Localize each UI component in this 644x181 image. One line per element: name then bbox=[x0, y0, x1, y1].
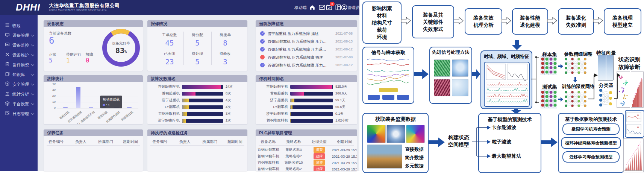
sidebar-item-label: 备件物资 bbox=[12, 62, 29, 68]
flow-stage-failure-mechanism: 装备失效机理分析 bbox=[465, 8, 502, 35]
flow-arrow-right-icon bbox=[593, 17, 603, 24]
company-name-en: DALIAN HUARUI HEAVY INDUSTRY GROUP CO.,L… bbox=[49, 9, 107, 11]
bar[interactable] bbox=[63, 107, 68, 108]
gear-model-image bbox=[386, 125, 405, 143]
home-icon[interactable] bbox=[309, 4, 315, 11]
x-label: 电机过载 bbox=[59, 110, 70, 120]
table-row[interactable]: 首钢5#翻车机策略名称3预警2021-03-29 15:39 bbox=[256, 147, 357, 153]
menu-icon bbox=[5, 23, 10, 27]
fault-status-icon bbox=[260, 63, 265, 67]
card-title: 待执行的点巡检任务 bbox=[147, 129, 247, 136]
sidebar-item-label: 收起 bbox=[12, 23, 21, 29]
sidebar-item-log-mgmt[interactable]: 日志管理 bbox=[0, 110, 38, 118]
card-maintenance-tasks: 保养任务 任务编号负责人 所属部门超期时间 bbox=[44, 129, 143, 171]
sidebar-item-label: 统计分析 bbox=[12, 91, 29, 97]
card-title: 报修情况 bbox=[147, 20, 247, 27]
fault-list-item[interactable]: 首钢5#翻车机 压力系统故障 描述2021-07-08 bbox=[259, 54, 354, 61]
user-avatar-icon[interactable] bbox=[341, 4, 347, 11]
card-fault-statistics: 故障统计 40 30 20 10 0 电机过载 压力系统故障 重（轻）调机电机不… bbox=[44, 75, 143, 124]
flow-arrow-down-icon bbox=[511, 40, 523, 50]
layers-icon bbox=[5, 101, 10, 106]
flow-box-signal-acquisition: 信号与样本获取 bbox=[362, 47, 414, 104]
method-elm-box: 极限学习机寿命预测 bbox=[562, 123, 620, 135]
admin-user-label[interactable]: 管理员 bbox=[347, 5, 359, 11]
chevron-down-icon bbox=[31, 82, 34, 85]
flow-arrow-right-icon bbox=[541, 137, 558, 148]
monitor-chart-icon[interactable] bbox=[319, 4, 325, 11]
flow-stage-degradation-modeling: 装备性能退化建模 bbox=[512, 8, 548, 35]
device-monitor-icon bbox=[5, 42, 10, 47]
chevron-down-icon bbox=[31, 92, 34, 95]
shield-icon bbox=[5, 81, 10, 86]
sample-set-image bbox=[541, 56, 557, 75]
card-title: 停机时间排名 bbox=[256, 75, 357, 82]
card-fault-count-ranking: 故障次数排名 首钢5#翻车机24次 首钢起重机8次 济宁起重机4次 LY翻车机4… bbox=[147, 75, 247, 124]
fault-list-item[interactable]: 济宁起重机 压力系统故障 描述2021-07-08 bbox=[259, 30, 354, 37]
sidebar-item-device-monitor[interactable]: 设备监控 bbox=[0, 41, 38, 50]
degraded-value: 1 bbox=[66, 57, 70, 64]
fault-status-icon bbox=[260, 55, 265, 59]
sidebar-item-safety-mgmt[interactable]: 安全管理 bbox=[0, 81, 38, 89]
table-row[interactable]: 首钢堆取料机策略名称10预警2021-03-29 15:39 bbox=[256, 160, 357, 166]
health-donut-chart: 设备完好率 83% bbox=[102, 28, 141, 67]
stat-cell: 已关闭23 bbox=[156, 51, 183, 66]
flow-stage-failure-modes: 装备及其关键部件失效形式 bbox=[412, 5, 454, 38]
sidebar-item-knowledge-base[interactable]: 知识库 bbox=[0, 71, 38, 79]
fault-value: 0 bbox=[86, 57, 89, 64]
y-tick: 40 bbox=[47, 82, 56, 85]
card-title: 保养任务 bbox=[44, 129, 143, 136]
y-tick: 20 bbox=[47, 94, 56, 97]
docs-icon[interactable] bbox=[335, 4, 341, 11]
card-title: PLC异常项目管理 bbox=[256, 129, 357, 136]
fault-list-item[interactable]: 首钢5#翻车机 压力系统故障 压力系统...2021-08-13 bbox=[259, 38, 354, 45]
life-prediction-chart-image bbox=[623, 138, 644, 172]
sidebar-item-spare-parts[interactable]: 备件物资 bbox=[0, 61, 38, 69]
fault-list-item[interactable]: 首钢5#翻车机 压力系统故障 压力系统...2021-08-12 bbox=[259, 62, 354, 69]
tasks-calendar-icon[interactable]: 0 bbox=[326, 4, 332, 11]
fault-status-icon bbox=[260, 47, 265, 52]
y-tick: 10 bbox=[47, 100, 56, 103]
table-row[interactable]: 首钢5#翻车机策略名称2故障2021-03-29 15:39 bbox=[256, 166, 357, 171]
card-plc-exceptions: PLC异常项目管理 设备名称策略名称 处理类型创建时间 首钢5#翻车机策略名称3… bbox=[256, 129, 357, 171]
card-title: 故障统计 bbox=[44, 75, 143, 82]
app-header: DHHI 大连华锐重工集团股份有限公司 DALIAN HUARUI HEAVY … bbox=[0, 0, 359, 15]
sidebar-item-platform-settings[interactable]: 平台设置 bbox=[0, 100, 38, 108]
sidebar-item-device-maintenance[interactable]: 设备维护 bbox=[0, 51, 38, 59]
y-tick: 30 bbox=[47, 88, 56, 91]
sidebar-item-label: 设备监控 bbox=[12, 43, 29, 48]
flow-arrow-right-icon bbox=[413, 68, 429, 80]
x-label: 噪音问题 bbox=[97, 110, 108, 120]
card-inspection-tasks: 待执行的点巡检任务 任务编号负责人 所属部门超期时间 bbox=[147, 129, 247, 171]
bar[interactable] bbox=[127, 107, 132, 108]
stat-cell: 待处理5 bbox=[183, 51, 211, 66]
status-badge: 预警 bbox=[314, 147, 325, 153]
bar[interactable] bbox=[76, 87, 80, 108]
clipboard-icon bbox=[5, 62, 10, 67]
total-devices-value: 6 bbox=[49, 35, 54, 46]
prediction-sparklines-image bbox=[626, 111, 642, 135]
feature-plots-image bbox=[485, 62, 529, 105]
flow-stage-mechanism-model: 装备机理模型建立 bbox=[604, 8, 641, 35]
cluster-scatter-image bbox=[617, 71, 630, 108]
chevron-down-icon bbox=[31, 43, 34, 46]
sidebar-item-device-mgmt[interactable]: 设备管理 bbox=[0, 32, 38, 40]
sidebar-item-label: 设备管理 bbox=[12, 33, 29, 38]
table-row[interactable]: 首钢5#翻车机策略名称7故障2021-03-29 15:39 bbox=[256, 153, 357, 159]
card-downtime-ranking: 停机时间排名 首钢5#翻车机825.0天 首钢起重机266.6天 济宁起重机99… bbox=[256, 75, 357, 124]
small-arrow-right-icon bbox=[558, 97, 563, 102]
rank-row: 济宁起重机99.1天 bbox=[259, 98, 354, 103]
rank-row: 首钢起重机8次 bbox=[150, 91, 244, 96]
fault-list-item[interactable]: 首钢起重机 压力系统故障 压力系统故障2021-08-12 bbox=[259, 46, 354, 53]
fault-status-icon bbox=[260, 31, 265, 36]
table-header: 任务编号负责人 所属部门超期时间 bbox=[147, 139, 247, 144]
processing-image bbox=[452, 79, 468, 96]
book-icon bbox=[5, 71, 10, 76]
prediction-chart-tile bbox=[625, 110, 644, 138]
mobile-link[interactable]: 移动端 bbox=[294, 5, 307, 11]
processing-image bbox=[434, 79, 450, 96]
sidebar-item-statistics[interactable]: 统计分析 bbox=[0, 90, 38, 99]
bar[interactable] bbox=[89, 107, 93, 108]
state-space-label: 构建状态空间模型 bbox=[445, 134, 472, 148]
sidebar-item-collapse[interactable]: 收起 bbox=[0, 22, 38, 30]
card-title: 设备状态 bbox=[44, 20, 143, 27]
